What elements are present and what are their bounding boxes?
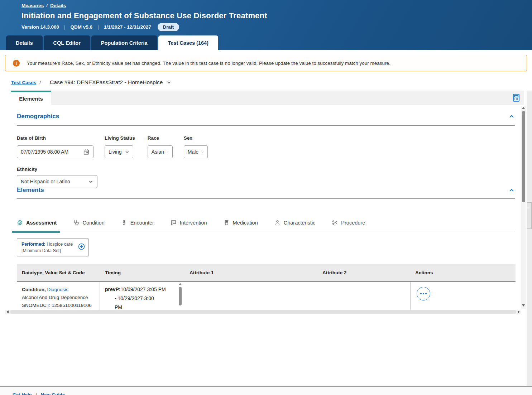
- tab-elements[interactable]: Elements: [11, 91, 51, 105]
- app-header: Measures / Details Initiation and Engage…: [0, 0, 532, 50]
- elements-panel: Demographics Date of Birth: [11, 105, 521, 310]
- attribute1-cell: [184, 282, 317, 310]
- scroll-down-arrow[interactable]: [522, 304, 525, 307]
- app-screen: Measures / Details Initiation and Engage…: [0, 0, 532, 395]
- col-header-timing: Timing: [100, 270, 184, 275]
- elements-header: Elements: [17, 187, 515, 194]
- case-breadcrumb-separator: /: [39, 80, 41, 85]
- tab-label: Procedure: [341, 220, 365, 226]
- attribute2-cell: [317, 282, 410, 310]
- tab-label: Intervention: [180, 220, 207, 226]
- tab-intervention[interactable]: Intervention: [171, 213, 207, 232]
- case-title: Case #94: DENEXPassStrat2 - HomeHospice: [50, 79, 163, 86]
- measure-meta: Version 14.3.000 | QDM v5.6 | 1/1/2027 -…: [21, 23, 179, 31]
- page-scroll-thumb[interactable]: [527, 202, 532, 229]
- pill-bottle-icon: [224, 220, 230, 226]
- tab-encounter[interactable]: Encounter: [121, 213, 154, 232]
- actions-cell: [410, 282, 516, 310]
- tab-label: Condition: [82, 220, 104, 226]
- breadcrumb-separator: /: [46, 3, 48, 8]
- demographics-form: Date of Birth Living Status: [17, 135, 208, 158]
- demographics-header: Demographics: [17, 113, 515, 120]
- dob-input[interactable]: [17, 145, 94, 158]
- scroll-up-arrow[interactable]: [179, 283, 182, 285]
- race-select[interactable]: Asian: [148, 145, 173, 158]
- sex-select[interactable]: Male: [184, 145, 208, 158]
- chevron-down-icon[interactable]: [166, 80, 172, 85]
- test-cases-link[interactable]: Test Cases: [11, 80, 36, 85]
- living-status-select[interactable]: Living: [105, 145, 133, 158]
- tab-details[interactable]: Details: [6, 35, 43, 50]
- row-actions-button[interactable]: [417, 287, 430, 300]
- datatype-cell: Condition, Diagnosis Alcohol And Drug De…: [17, 282, 100, 310]
- status-badge: Draft: [158, 23, 179, 31]
- value-set-warning-banner: ! Your measure's Race, Sex, or Ethnicity…: [5, 55, 527, 71]
- table-row: Condition, Diagnosis Alcohol And Drug De…: [17, 282, 516, 310]
- performed-element-chip[interactable]: Performed: Hospice care [Minimum Data Se…: [17, 239, 89, 256]
- diagnosis-link[interactable]: Diagnosis: [47, 287, 68, 292]
- calculator-icon[interactable]: [509, 91, 524, 105]
- chevron-up-icon[interactable]: [508, 187, 515, 193]
- scroll-left-arrow[interactable]: [6, 310, 9, 313]
- col-header-actions: Actions: [410, 270, 516, 275]
- footer-separator: |: [35, 392, 37, 395]
- chevron-up-icon[interactable]: [508, 113, 515, 120]
- warning-icon: !: [13, 60, 20, 67]
- dob-value[interactable]: [21, 149, 78, 155]
- value-set-name: Alcohol And Drug Dependence: [22, 294, 96, 302]
- tab-characteristic[interactable]: Characteristic: [274, 213, 316, 232]
- ethnicity-label: Ethnicity: [17, 167, 37, 172]
- col-header-attribute2: Attribute 2: [317, 270, 410, 275]
- sex-value: Male: [188, 149, 198, 155]
- elements-heading: Elements: [17, 187, 44, 194]
- race-label: Race: [148, 135, 173, 141]
- warning-message: Your measure's Race, Sex, or Ethnicity v…: [27, 61, 390, 66]
- panel-tabstrip: Elements: [11, 91, 524, 105]
- timing-end-meridiem: PM: [105, 303, 175, 310]
- footer-guide-link[interactable]: New Guide: [41, 392, 65, 395]
- timing-start: 10/09/2027 3:05 PM: [121, 286, 166, 292]
- tab-condition[interactable]: Condition: [73, 213, 104, 232]
- measure-version: Version 14.3.000: [21, 24, 59, 30]
- tab-label: Characteristic: [284, 220, 316, 226]
- living-status-value: Living: [109, 149, 122, 155]
- tab-procedure[interactable]: Procedure: [332, 213, 365, 232]
- breadcrumb-details-link[interactable]: Details: [50, 3, 66, 8]
- ethnicity-select[interactable]: Not Hispanic or Latino: [17, 175, 97, 188]
- horizontal-scrollbar[interactable]: [5, 310, 521, 314]
- footer-help-link[interactable]: Get Help: [13, 392, 32, 395]
- meta-separator: |: [97, 24, 99, 30]
- living-status-label: Living Status: [105, 135, 135, 141]
- test-case-breadcrumb: Test Cases / Case #94: DENEXPassStrat2 -…: [11, 79, 172, 86]
- datatype-name: Condition,: [22, 287, 46, 292]
- chip-text: Performed: Hospice care [Minimum Data Se…: [21, 241, 75, 254]
- race-field-group: Race Asian: [148, 135, 173, 158]
- divider: [17, 125, 515, 126]
- panel-vertical-scrollbar[interactable]: [521, 106, 526, 309]
- timing-cell-scrollbar[interactable]: [178, 283, 182, 309]
- tab-test-cases[interactable]: Test Cases (164): [158, 35, 218, 50]
- scroll-right-arrow[interactable]: [518, 310, 520, 313]
- breadcrumb-measures-link[interactable]: Measures: [21, 3, 44, 8]
- elements-table: Datatype, Value Set & Code Timing Attrib…: [17, 264, 516, 310]
- scroll-thumb[interactable]: [179, 287, 182, 305]
- measure-tabs: Details CQL Editor Population Criteria T…: [6, 35, 218, 50]
- page-scrollbar[interactable]: [527, 91, 532, 395]
- tab-population-criteria[interactable]: Population Criteria: [91, 35, 157, 50]
- comment-icon: [171, 220, 177, 226]
- tab-medication[interactable]: Medication: [224, 213, 258, 232]
- stethoscope-icon: [73, 220, 79, 226]
- scroll-up-arrow[interactable]: [522, 107, 525, 109]
- divider: [17, 198, 515, 199]
- chip-label: Performed:: [21, 242, 45, 247]
- dob-label: Date of Birth: [17, 135, 94, 141]
- col-header-attribute1: Attribute 1: [184, 270, 317, 275]
- tab-assessment[interactable]: Assessment: [17, 213, 57, 232]
- add-circle-icon[interactable]: [78, 243, 85, 254]
- sex-label: Sex: [184, 135, 208, 141]
- vertical-scroll-thumb[interactable]: [522, 111, 525, 202]
- horizontal-scroll-thumb[interactable]: [10, 310, 516, 314]
- calendar-icon[interactable]: [83, 149, 90, 155]
- element-type-tabs: Assessment Condition Encounter: [17, 213, 515, 232]
- tab-cql-editor[interactable]: CQL Editor: [44, 35, 90, 50]
